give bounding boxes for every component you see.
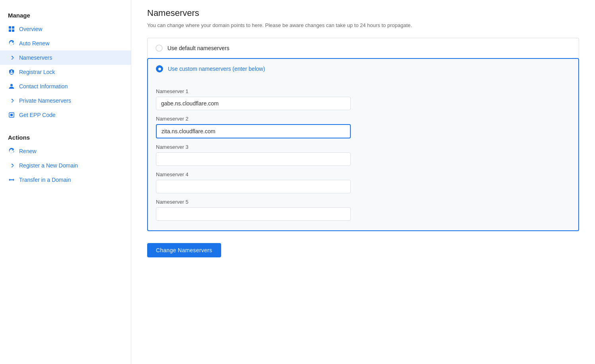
sidebar-label-auto-renew: Auto Renew (19, 40, 49, 47)
transfer-icon (8, 176, 15, 183)
svg-rect-3 (12, 29, 14, 32)
option-custom-label: Use custom nameservers (enter below) (168, 66, 265, 72)
sidebar-item-overview[interactable]: Overview (0, 22, 131, 36)
sidebar-item-private-nameservers[interactable]: Private Nameservers (0, 93, 131, 108)
ns2-label: Nameserver 2 (156, 116, 570, 122)
sidebar-divider (0, 122, 131, 130)
ns4-label: Nameserver 4 (156, 171, 570, 177)
main-content: Nameservers You can change where your do… (131, 0, 595, 364)
option-default-label: Use default nameservers (167, 45, 229, 51)
change-nameservers-button[interactable]: Change Nameservers (147, 243, 221, 257)
manage-section-title: Manage (0, 8, 131, 22)
option-custom-row[interactable]: Use custom nameservers (enter below) (148, 59, 578, 79)
actions-section-title: Actions (0, 130, 131, 144)
ns5-label: Nameserver 5 (156, 199, 570, 205)
sidebar-item-transfer-in-domain[interactable]: Transfer in a Domain (0, 173, 131, 187)
ns5-input[interactable] (156, 207, 351, 221)
page-title: Nameservers (147, 8, 579, 18)
sidebar: Manage Overview Auto Renew Nameservers R… (0, 0, 131, 364)
epp-icon (8, 111, 15, 119)
radio-default[interactable] (156, 45, 163, 52)
sidebar-item-register-new-domain[interactable]: Register a New Domain (0, 158, 131, 173)
svg-point-4 (10, 84, 13, 86)
grid-icon (8, 25, 15, 33)
sidebar-item-nameservers[interactable]: Nameservers (0, 51, 131, 65)
radio-custom[interactable] (156, 65, 163, 72)
sidebar-item-auto-renew[interactable]: Auto Renew (0, 36, 131, 51)
register-icon (8, 162, 15, 169)
custom-card-content: Nameserver 1 Nameserver 2 Nameserver 3 N… (148, 79, 578, 230)
sidebar-item-get-epp-code[interactable]: Get EPP Code (0, 108, 131, 122)
sidebar-label-overview: Overview (19, 26, 42, 32)
arrow-nameservers-icon (8, 54, 15, 61)
person-icon (8, 83, 15, 90)
option-custom-card: Use custom nameservers (enter below) Nam… (147, 58, 579, 231)
option-default[interactable]: Use default nameservers (147, 38, 579, 58)
arrow-private-icon (8, 97, 15, 104)
ns3-label: Nameserver 3 (156, 144, 570, 150)
ns4-input[interactable] (156, 180, 351, 193)
ns1-input[interactable] (156, 97, 351, 110)
svg-rect-1 (12, 26, 14, 29)
svg-rect-6 (10, 114, 13, 116)
svg-rect-0 (9, 26, 11, 29)
ns1-label: Nameserver 1 (156, 88, 570, 94)
sidebar-label-registrar-lock: Registrar Lock (19, 69, 55, 75)
renew-icon (8, 148, 15, 155)
sidebar-label-transfer-in-domain: Transfer in a Domain (19, 177, 71, 183)
page-subtitle: You can change where your domain points … (147, 22, 579, 28)
sidebar-label-private-nameservers: Private Nameservers (19, 97, 71, 104)
svg-rect-2 (9, 29, 11, 32)
sidebar-label-renew: Renew (19, 148, 37, 154)
sidebar-label-nameservers: Nameservers (19, 55, 52, 61)
ns2-input[interactable] (156, 124, 351, 138)
sidebar-label-contact-information: Contact Information (19, 83, 68, 90)
ns3-input[interactable] (156, 152, 351, 166)
sidebar-item-registrar-lock[interactable]: Registrar Lock (0, 65, 131, 79)
sidebar-label-register-new-domain: Register a New Domain (19, 162, 78, 169)
refresh-icon (8, 40, 15, 47)
sidebar-item-renew[interactable]: Renew (0, 144, 131, 158)
shield-icon (8, 68, 15, 76)
sidebar-label-get-epp-code: Get EPP Code (19, 112, 56, 118)
sidebar-item-contact-information[interactable]: Contact Information (0, 79, 131, 93)
